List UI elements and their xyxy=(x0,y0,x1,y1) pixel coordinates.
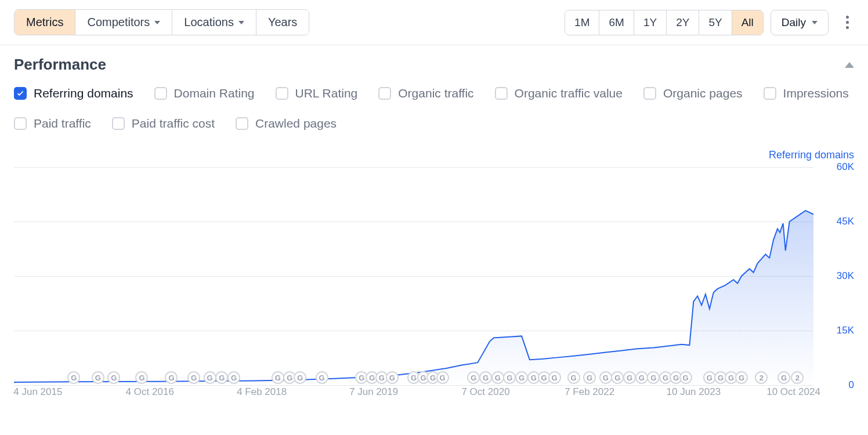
chart-event-markers: GGGGGGGGGGGGGGGGGGGGGGGGGGGGGGGGGGGGGGGG… xyxy=(14,369,813,384)
kebab-menu-icon[interactable] xyxy=(840,16,854,29)
metric-check-organic-pages[interactable]: Organic pages xyxy=(643,86,743,100)
metric-check-paid-traffic-cost[interactable]: Paid traffic cost xyxy=(112,117,215,130)
metric-label: Organic traffic value xyxy=(515,86,623,100)
event-marker[interactable]: G xyxy=(436,371,449,384)
event-marker[interactable]: G xyxy=(479,371,492,384)
x-tick-label: 10 Jun 2023 xyxy=(667,386,721,398)
event-marker[interactable]: G xyxy=(491,371,504,384)
metric-label: Organic pages xyxy=(663,86,743,100)
event-marker[interactable]: G xyxy=(165,371,178,384)
event-marker[interactable]: G xyxy=(611,371,624,384)
series-legend: Referring domains xyxy=(0,143,868,164)
tab-label: Metrics xyxy=(26,16,63,29)
metric-label: Organic traffic xyxy=(398,86,473,100)
view-tabs: MetricsCompetitorsLocationsYears xyxy=(14,9,309,35)
granularity-dropdown[interactable]: Daily xyxy=(771,10,829,35)
metric-label: Paid traffic cost xyxy=(132,117,215,130)
event-marker[interactable]: G xyxy=(503,371,516,384)
toolbar-right: 1M6M1Y2Y5YAll Daily xyxy=(565,10,854,35)
event-marker[interactable]: G xyxy=(679,371,692,384)
event-marker[interactable]: 2 xyxy=(791,371,804,384)
checkbox-icon xyxy=(764,87,776,100)
y-tick-label: 60K xyxy=(837,161,854,173)
event-marker[interactable]: G xyxy=(316,371,328,384)
event-marker[interactable]: G xyxy=(92,371,104,384)
event-marker[interactable]: G xyxy=(735,371,748,384)
caret-down-icon xyxy=(812,21,818,24)
range-all[interactable]: All xyxy=(732,10,763,35)
metric-check-crawled-pages[interactable]: Crawled pages xyxy=(236,117,337,130)
event-marker[interactable]: G xyxy=(135,371,148,384)
metric-check-url-rating[interactable]: URL Rating xyxy=(276,86,358,100)
tab-years[interactable]: Years xyxy=(256,10,309,35)
event-marker[interactable]: G xyxy=(623,371,636,384)
event-marker[interactable]: G xyxy=(67,371,80,384)
checkbox-icon xyxy=(14,117,27,130)
metric-label: Paid traffic xyxy=(34,117,91,130)
tab-label: Years xyxy=(268,16,297,29)
x-tick-label: 10 Oct 2024 xyxy=(766,386,820,398)
checkbox-icon xyxy=(495,87,508,100)
metric-label: Domain Rating xyxy=(174,86,255,100)
metric-label: Referring domains xyxy=(34,86,133,100)
x-tick-label: 4 Oct 2016 xyxy=(126,386,174,398)
event-marker[interactable]: G xyxy=(777,371,790,384)
range-1y[interactable]: 1Y xyxy=(634,10,667,35)
checkbox-icon xyxy=(236,117,248,130)
event-marker[interactable]: G xyxy=(599,371,612,384)
x-tick-label: 4 Jun 2015 xyxy=(13,386,62,398)
event-marker[interactable]: G xyxy=(567,371,580,384)
range-5y[interactable]: 5Y xyxy=(699,10,732,35)
metric-check-organic-traffic-value[interactable]: Organic traffic value xyxy=(495,86,623,100)
event-marker[interactable]: G xyxy=(294,371,306,384)
event-marker[interactable]: G xyxy=(583,371,596,384)
tab-metrics[interactable]: Metrics xyxy=(15,10,75,35)
event-marker[interactable]: 2 xyxy=(755,371,768,384)
event-marker[interactable]: G xyxy=(227,371,240,384)
event-marker[interactable]: G xyxy=(515,371,528,384)
event-marker[interactable]: G xyxy=(467,371,480,384)
metric-label: URL Rating xyxy=(295,86,358,100)
range-1m[interactable]: 1M xyxy=(565,10,599,35)
y-tick-label: 15K xyxy=(837,325,854,336)
chart-y-axis: 015K30K45K60K xyxy=(819,167,854,385)
chart-x-axis: 4 Jun 20154 Oct 20164 Feb 20187 Jun 2019… xyxy=(14,386,813,399)
event-marker[interactable]: G xyxy=(386,371,399,384)
event-marker[interactable]: G xyxy=(647,371,660,384)
y-tick-label: 0 xyxy=(849,379,854,391)
event-marker[interactable]: G xyxy=(548,371,561,384)
checkbox-icon xyxy=(378,87,391,100)
chart-plot-area xyxy=(14,167,813,385)
range-6m[interactable]: 6M xyxy=(599,10,634,35)
range-2y[interactable]: 2Y xyxy=(667,10,699,35)
metric-check-organic-traffic[interactable]: Organic traffic xyxy=(378,86,473,100)
tab-locations[interactable]: Locations xyxy=(172,10,256,35)
metric-label: Impressions xyxy=(783,86,849,100)
event-marker[interactable]: G xyxy=(107,371,120,384)
metric-check-domain-rating[interactable]: Domain Rating xyxy=(154,86,255,100)
metric-checkboxes: Referring domainsDomain RatingURL Rating… xyxy=(14,86,854,130)
metric-check-referring-domains[interactable]: Referring domains xyxy=(14,86,133,100)
caret-down-icon xyxy=(154,21,160,24)
checkbox-icon xyxy=(154,87,167,100)
x-tick-label: 7 Jun 2019 xyxy=(349,386,398,398)
collapse-icon[interactable] xyxy=(845,62,854,68)
grid-line xyxy=(14,385,813,386)
event-marker[interactable]: G xyxy=(187,371,200,384)
tab-competitors[interactable]: Competitors xyxy=(75,10,172,35)
event-marker[interactable]: G xyxy=(215,371,228,384)
y-tick-label: 45K xyxy=(837,216,854,227)
metric-check-impressions[interactable]: Impressions xyxy=(764,86,849,100)
toolbar: MetricsCompetitorsLocationsYears 1M6M1Y2… xyxy=(0,0,868,45)
checkbox-icon xyxy=(276,87,288,100)
tab-label: Locations xyxy=(184,16,234,29)
panel-title: Performance xyxy=(14,56,106,74)
x-tick-label: 7 Feb 2022 xyxy=(565,386,614,398)
granularity-label: Daily xyxy=(782,16,806,29)
time-range-group: 1M6M1Y2Y5YAll xyxy=(565,10,764,35)
metric-check-paid-traffic[interactable]: Paid traffic xyxy=(14,117,91,130)
event-marker[interactable]: G xyxy=(635,371,648,384)
event-marker[interactable]: G xyxy=(272,371,284,384)
chart: 015K30K45K60K GGGGGGGGGGGGGGGGGGGGGGGGGG… xyxy=(14,167,854,399)
event-marker[interactable]: G xyxy=(204,371,216,384)
